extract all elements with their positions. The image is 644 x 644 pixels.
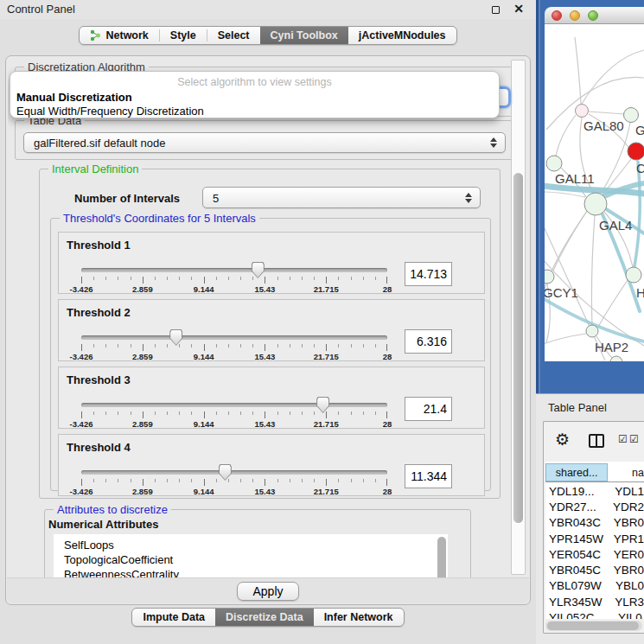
node-h[interactable] <box>626 267 641 283</box>
threshold-1-slider[interactable]: -3.4262.8599.14415.4321.71528 <box>81 262 387 293</box>
table-row[interactable]: YBR043CYBR0 <box>545 515 644 531</box>
threshold-3-slider[interactable]: -3.4262.8599.14415.4321.71528 <box>81 397 387 428</box>
close-traffic-light[interactable] <box>552 10 562 21</box>
slider-track[interactable] <box>81 335 387 340</box>
threshold-2-label: Threshold 2 <box>67 306 131 319</box>
cell-shared-name[interactable]: YPR145W <box>545 532 607 545</box>
checkbox-icon[interactable]: ☑ <box>618 433 628 445</box>
major-tick <box>326 344 327 351</box>
threshold-4-label: Threshold 4 <box>67 441 131 454</box>
tab-impute-data[interactable]: Impute Data <box>132 609 215 626</box>
cell-name[interactable]: YDR2 <box>606 501 644 513</box>
major-tick <box>204 277 205 284</box>
close-icon[interactable]: ✕ <box>513 2 524 16</box>
table-horizontal-scrollbar[interactable] <box>545 621 642 631</box>
cell-shared-name[interactable]: YBR045C <box>545 564 607 577</box>
cell-name[interactable]: YDL1 <box>608 485 644 498</box>
interval-definition-group: Interval Definition Number of Intervals … <box>39 169 501 499</box>
number-of-intervals-value: 5 <box>213 191 219 204</box>
table-row[interactable]: YIL052CYIL0 <box>545 609 644 619</box>
tab-discretize-data[interactable]: Discretize Data <box>215 609 314 626</box>
node-gal11[interactable] <box>546 156 562 171</box>
cell-shared-name[interactable]: YER054C <box>545 548 607 561</box>
threshold-3-value[interactable] <box>405 397 452 421</box>
numerical-attributes-list[interactable]: SelfLoopsTopologicalCoefficientBetweenne… <box>54 534 448 578</box>
threshold-4-slider[interactable]: -3.4262.8599.14415.4321.71528 <box>81 464 387 495</box>
slider-tick-labels: -3.4262.8599.14415.4321.71528 <box>81 487 387 496</box>
attributes-list-scrollbar[interactable] <box>437 537 446 578</box>
tick-label: 2.859 <box>132 352 153 361</box>
table-row[interactable]: YER054CYER0 <box>545 546 644 562</box>
table-row[interactable]: YDR27...YDR2 <box>545 499 644 514</box>
network-canvas[interactable]: GAL80 GA C GAL11 GAL4 GCY1 H HAP2 <box>545 24 644 361</box>
node-gal4[interactable] <box>584 193 607 215</box>
checkbox-icon[interactable]: ☑ <box>629 433 639 445</box>
tab-cyni-toolbox[interactable]: Cyni Toolbox <box>260 27 348 44</box>
cell-shared-name[interactable]: YDR27... <box>545 501 606 513</box>
cell-name[interactable]: YBR0 <box>607 564 644 577</box>
tab-network[interactable]: Network <box>80 27 158 44</box>
cell-name[interactable]: YBL0 <box>609 579 644 592</box>
column-header-name[interactable]: na <box>608 463 644 481</box>
threshold-1-value[interactable] <box>405 262 452 286</box>
column-header-shared-name[interactable]: shared... <box>545 463 608 481</box>
settings-viewport: Discretization Algorithm Select algorith… <box>8 60 516 578</box>
cell-name[interactable]: YPR1 <box>607 532 644 545</box>
cell-name[interactable]: YLR3 <box>608 596 644 609</box>
tab-infer-network[interactable]: Infer Network <box>314 609 404 626</box>
attribute-list-item[interactable]: SelfLoops <box>54 538 448 552</box>
slider-track[interactable] <box>81 403 387 407</box>
cell-name[interactable]: YIL0 <box>611 611 644 619</box>
major-tick <box>81 277 82 284</box>
scrollbar-thumb[interactable] <box>437 537 446 578</box>
table-row[interactable]: YBL079WYBL0 <box>545 578 644 594</box>
node-hap2[interactable] <box>586 325 598 337</box>
stepper-icon <box>465 193 472 203</box>
tab-select[interactable]: Select <box>207 27 260 44</box>
threshold-4-panel: Threshold 4 -3.4262.8599.14415.4321.7152… <box>58 434 485 496</box>
scrollbar-thumb[interactable] <box>547 622 639 630</box>
float-icon[interactable] <box>492 6 500 14</box>
gear-icon[interactable]: ⚙ <box>555 430 570 450</box>
cell-shared-name[interactable]: YBL079W <box>545 579 609 592</box>
tick-label: 9.144 <box>194 419 214 429</box>
minimize-traffic-light[interactable] <box>570 10 580 21</box>
option-manual-discretization[interactable]: Manual Discretization <box>16 91 132 104</box>
major-tick <box>265 344 265 351</box>
table-row[interactable]: YLR345WYLR3 <box>545 594 644 609</box>
tab-discretize-data-label: Discretize Data <box>226 611 303 623</box>
zoom-traffic-light[interactable] <box>588 10 598 21</box>
node-ga[interactable] <box>624 108 639 123</box>
option-equal-width-frequency[interactable]: Equal Width/Frequency Discretization <box>16 105 204 118</box>
cell-shared-name[interactable]: YBR043C <box>545 516 607 529</box>
table-row[interactable]: YBR045CYBR0 <box>545 562 644 577</box>
cell-shared-name[interactable]: YIL052C <box>545 611 611 619</box>
slider-track[interactable] <box>81 470 387 475</box>
cell-name[interactable]: YBR0 <box>607 516 644 529</box>
threshold-4-value[interactable] <box>405 464 452 488</box>
slider-track[interactable] <box>81 268 387 272</box>
thresholds-group-title: Threshold's Coordinates for 5 Intervals <box>60 212 259 225</box>
cell-shared-name[interactable]: YDL19... <box>545 485 608 498</box>
number-of-intervals-combo[interactable]: 5 <box>202 187 481 208</box>
major-tick <box>386 277 387 284</box>
attribute-list-item[interactable]: TopologicalCoefficient <box>54 552 448 567</box>
tick-label: -3.426 <box>70 352 93 361</box>
node-red-selected[interactable] <box>628 143 644 160</box>
table-row[interactable]: YPR145WYPR1 <box>545 531 644 546</box>
table-row[interactable]: YDL19...YDL1 <box>545 483 644 499</box>
panel-vertical-scrollbar[interactable] <box>511 60 526 575</box>
node-gcy1[interactable] <box>545 270 554 284</box>
cell-name[interactable]: YER0 <box>607 548 644 561</box>
tab-style[interactable]: Style <box>160 27 207 44</box>
tab-jactivemnodules[interactable]: jActiveMNodules <box>348 27 456 44</box>
apply-button[interactable]: Apply <box>237 582 298 601</box>
threshold-2-slider[interactable]: -3.4262.8599.14415.4321.71528 <box>81 329 387 360</box>
node-partial[interactable] <box>610 356 622 361</box>
threshold-2-value[interactable] <box>405 329 452 354</box>
cell-shared-name[interactable]: YLR345W <box>545 596 608 609</box>
table-data-combo[interactable]: galFiltered.sif default node <box>23 132 506 153</box>
scrollbar-thumb[interactable] <box>513 173 523 523</box>
columns-icon[interactable] <box>589 434 604 448</box>
node-gal80[interactable] <box>576 105 589 118</box>
